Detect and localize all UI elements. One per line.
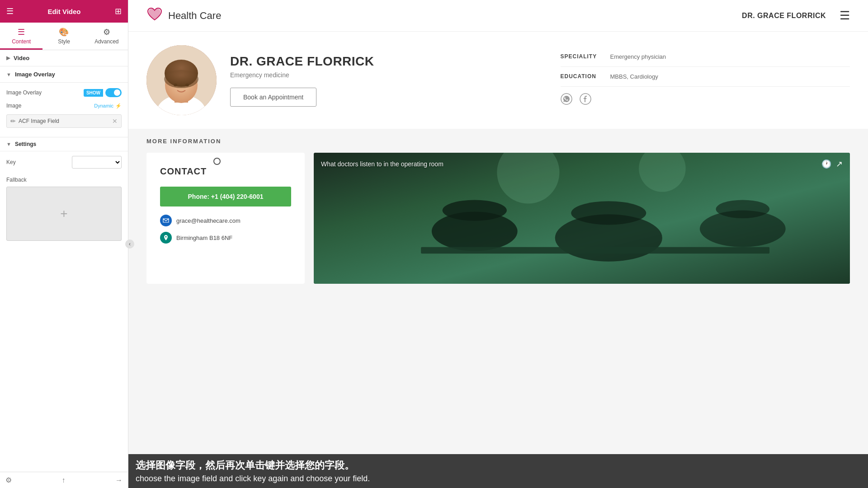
video-section-header[interactable]: ▶ Video bbox=[0, 50, 128, 66]
fallback-plus-icon: + bbox=[60, 206, 67, 221]
education-value: MBBS, Cardiology bbox=[610, 73, 658, 80]
image-field-label: Image bbox=[6, 103, 21, 109]
address-text: Birmingham B18 6NF bbox=[176, 235, 232, 241]
nav-logo-title: Health Care bbox=[168, 10, 221, 22]
key-row: Key bbox=[0, 151, 128, 173]
svg-rect-18 bbox=[421, 247, 769, 254]
toggle-show-label: SHOW bbox=[84, 89, 103, 97]
main-content: Health Care DR. GRACE FLORRICK ☰ bbox=[128, 0, 868, 488]
profile-specialty: Emergency medicine bbox=[230, 71, 520, 79]
subtitle-chinese: 选择图像字段，然后再次单击键并选择您的字段。 bbox=[136, 459, 861, 472]
dynamic-icon: ⚡ bbox=[115, 103, 122, 109]
whatsapp-icon[interactable] bbox=[561, 93, 572, 108]
acf-icon: ✏ bbox=[10, 117, 16, 125]
toggle-circle[interactable] bbox=[105, 88, 122, 97]
svg-point-8 bbox=[185, 84, 189, 86]
logo-heart-icon bbox=[146, 7, 163, 24]
subtitle-english: choose the image field and click key aga… bbox=[136, 474, 861, 483]
acf-remove-icon[interactable]: ✕ bbox=[112, 117, 118, 125]
location-icon bbox=[160, 232, 172, 244]
more-info-section: MORE INFORMATION CONTACT Phone: +1 (404)… bbox=[128, 129, 868, 488]
facebook-icon[interactable] bbox=[580, 93, 591, 108]
tab-content[interactable]: ☰ Content bbox=[0, 23, 42, 50]
panel-content: ▶ Video ▼ Image Overlay Image Overlay SH… bbox=[0, 50, 128, 472]
image-overlay-label: Image Overlay bbox=[15, 71, 55, 78]
svg-point-17 bbox=[716, 200, 770, 218]
style-icon: 🎨 bbox=[59, 27, 69, 37]
arrow-right-icon[interactable]: → bbox=[115, 476, 123, 484]
overlay-toggle[interactable]: SHOW bbox=[84, 88, 122, 97]
clock-icon[interactable]: 🕐 bbox=[821, 159, 831, 169]
nav-right: DR. GRACE FLORRICK ☰ bbox=[742, 9, 850, 23]
svg-point-7 bbox=[174, 84, 177, 86]
education-row: EDUCATION MBBS, Cardiology bbox=[561, 73, 850, 87]
video-title: What doctors listen to in the operating … bbox=[321, 160, 443, 168]
svg-point-13 bbox=[443, 200, 507, 221]
settings-bottom-icon[interactable]: ⚙ bbox=[5, 476, 12, 484]
key-select[interactable] bbox=[72, 156, 122, 169]
grid-icon[interactable]: ⊞ bbox=[115, 6, 122, 16]
doctor-photo bbox=[146, 45, 217, 115]
tab-advanced-label: Advanced bbox=[94, 38, 118, 45]
upload-icon[interactable]: ↑ bbox=[62, 476, 66, 484]
subtitle-bar: 选择图像字段，然后再次单击键并选择您的字段。 choose the image … bbox=[128, 454, 868, 488]
image-overlay-body: Image Overlay SHOW Image Dynamic ⚡ ✏ ACF… bbox=[0, 83, 128, 137]
image-overlay-header[interactable]: ▼ Image Overlay bbox=[0, 66, 128, 83]
tab-advanced[interactable]: ⚙ Advanced bbox=[85, 23, 128, 50]
share-icon[interactable]: ↗ bbox=[836, 159, 843, 169]
social-icons bbox=[561, 93, 850, 108]
fallback-section: Fallback + bbox=[0, 173, 128, 247]
tab-content-label: Content bbox=[12, 38, 31, 45]
video-overlay-top: What doctors listen to in the operating … bbox=[314, 153, 850, 175]
image-field-row: Image Dynamic ⚡ bbox=[6, 103, 122, 109]
address-detail: Birmingham B18 6NF bbox=[160, 232, 291, 244]
education-key: EDUCATION bbox=[561, 73, 601, 80]
content-icon: ☰ bbox=[18, 27, 25, 37]
bottom-bar: ⚙ ↑ → bbox=[0, 472, 128, 488]
settings-label: Settings bbox=[15, 141, 36, 147]
video-card: What doctors listen to in the operating … bbox=[314, 153, 850, 284]
tab-style-label: Style bbox=[58, 38, 70, 45]
key-field-label: Key bbox=[6, 159, 16, 165]
fallback-label: Fallback bbox=[6, 177, 122, 183]
profile-name: DR. GRACE FLORRICK bbox=[230, 54, 520, 69]
collapse-panel-button[interactable]: ‹ bbox=[125, 239, 134, 249]
nav-logo: Health Care bbox=[146, 7, 221, 24]
top-nav: Health Care DR. GRACE FLORRICK ☰ bbox=[128, 0, 868, 32]
contact-title: CONTACT bbox=[160, 166, 291, 177]
svg-point-15 bbox=[571, 201, 646, 225]
nav-doctor-name: DR. GRACE FLORRICK bbox=[742, 12, 826, 20]
email-detail: grace@healthecare.com bbox=[160, 215, 291, 226]
email-icon bbox=[160, 215, 172, 226]
video-background: What doctors listen to in the operating … bbox=[314, 153, 850, 284]
video-arrow: ▶ bbox=[6, 55, 10, 61]
acf-field-row[interactable]: ✏ ACF Image Field ✕ bbox=[6, 114, 122, 128]
hamburger-icon[interactable]: ☰ bbox=[6, 6, 14, 16]
video-section-label: Video bbox=[14, 55, 29, 61]
image-overlay-toggle-row: Image Overlay SHOW bbox=[6, 88, 122, 97]
panel-tabs: ☰ Content 🎨 Style ⚙ Advanced bbox=[0, 23, 128, 50]
speciality-key: SPECIALITY bbox=[561, 53, 601, 60]
tab-style[interactable]: 🎨 Style bbox=[42, 23, 85, 50]
profile-section: DR. GRACE FLORRICK Emergency medicine Bo… bbox=[128, 32, 868, 129]
svg-point-6 bbox=[164, 70, 198, 88]
profile-info: DR. GRACE FLORRICK Emergency medicine Bo… bbox=[230, 54, 520, 107]
dynamic-badge[interactable]: Dynamic ⚡ bbox=[94, 103, 122, 109]
panel-header: ☰ Edit Video ⊞ bbox=[0, 0, 128, 23]
settings-subsection-header[interactable]: ▼ Settings bbox=[0, 137, 128, 151]
panel-header-icons: ⊞ bbox=[115, 6, 122, 16]
settings-arrow: ▼ bbox=[6, 141, 11, 147]
speciality-row: SPECIALITY Emergency physician bbox=[561, 53, 850, 67]
acf-field-name: ✏ ACF Image Field bbox=[10, 117, 59, 125]
fallback-image-box[interactable]: + bbox=[6, 187, 122, 241]
video-top-icons: 🕐 ↗ bbox=[821, 159, 843, 169]
email-text: grace@healthecare.com bbox=[176, 217, 241, 224]
dynamic-label: Dynamic bbox=[94, 103, 113, 108]
book-appointment-button[interactable]: Book an Appointment bbox=[230, 88, 316, 107]
nav-hamburger-icon[interactable]: ☰ bbox=[840, 9, 850, 23]
advanced-icon: ⚙ bbox=[103, 27, 110, 37]
cards-row: CONTACT Phone: +1 (404) 220-6001 grace@h… bbox=[146, 153, 850, 284]
phone-button[interactable]: Phone: +1 (404) 220-6001 bbox=[160, 187, 291, 206]
panel-title: Edit Video bbox=[47, 8, 80, 15]
more-info-title: MORE INFORMATION bbox=[146, 138, 850, 145]
